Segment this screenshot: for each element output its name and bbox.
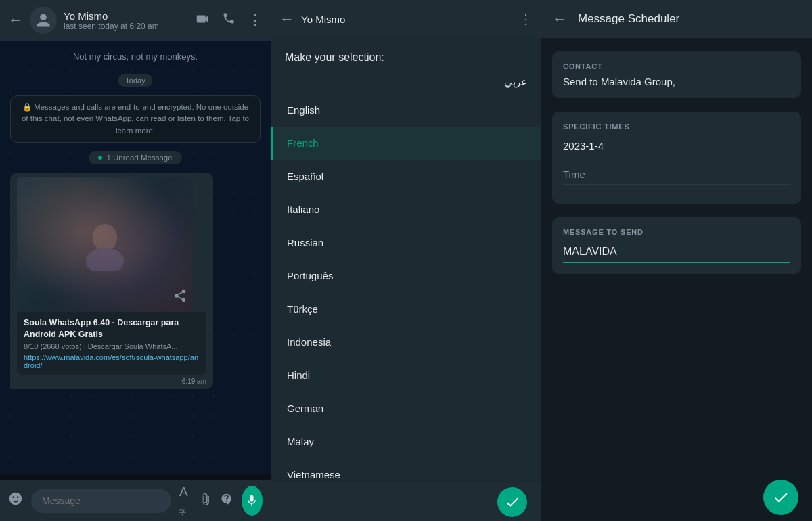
header-actions: ⋮ [195,12,263,30]
language-item-portugues[interactable]: Português [271,259,541,292]
link-title: Soula WhatsApp 6.40 - Descargar para And… [24,317,200,341]
message-image [17,177,193,312]
contact-info[interactable]: Yo Mismo last seen today at 6:20 am [64,10,188,31]
link-url[interactable]: https://www.malavida.com/es/soft/soula-w… [24,353,200,369]
scheduler-footer [541,474,812,521]
scheduler-times-section: SPECIFIC TIMES [552,112,801,204]
scheduler-body: CONTACT Send to Malavida Group, SPECIFIC… [541,38,812,474]
message-input[interactable] [31,489,171,513]
language-header: ← Yo Mismo ⋮ [271,0,541,38]
scheduler-contact-section: CONTACT Send to Malavida Group, [552,51,801,98]
language-item-indonesia[interactable]: Indonesia [271,325,541,359]
message-bubble: Soula WhatsApp 6.40 - Descargar para And… [10,173,213,389]
chat-panel: ← Yo Mismo last seen today at 6:20 am ⋮ … [0,0,271,521]
message-to-send-label: MESSAGE TO SEND [563,228,790,236]
language-footer [271,483,541,521]
svg-point-1 [86,248,124,271]
message-time: 6:19 am [17,378,206,385]
mic-button[interactable] [242,486,263,516]
language-list: EnglishFrenchEspañolItalianoRussianPortu… [271,93,541,483]
time-input[interactable] [563,164,790,185]
language-item-german[interactable]: German [271,392,541,425]
chat-body: Not my circus, not my monkeys. Today 🔒 M… [0,41,271,480]
scheduler-back-button[interactable]: ← [552,10,567,28]
attach-icon[interactable] [198,493,212,509]
language-item-hindi[interactable]: Hindi [271,359,541,392]
chat-footer: A字 [0,480,271,521]
language-panel: ← Yo Mismo ⋮ Make your selection: عربي E… [271,0,541,521]
contact-avatar [30,7,57,34]
language-item-vietnamese[interactable]: Vietnamese [271,458,541,483]
contact-name: Yo Mismo [64,10,188,22]
unread-badge: 1 Unread Message [89,151,181,164]
share-icon[interactable] [173,288,187,307]
video-call-icon[interactable] [195,12,210,30]
language-item-italiano[interactable]: Italiano [271,193,541,226]
more-options-icon[interactable]: ⋮ [248,12,263,30]
link-preview[interactable]: Soula WhatsApp 6.40 - Descargar para And… [17,312,206,375]
encryption-notice[interactable]: 🔒 Messages and calls are end-to-end encr… [10,95,261,143]
svg-point-0 [93,224,117,251]
emoji-icon[interactable] [8,491,23,510]
language-item-malay[interactable]: Malay [271,425,541,458]
chat-header: ← Yo Mismo last seen today at 6:20 am ⋮ [0,0,271,41]
link-meta: 8/10 (2668 votos) · Descargar Soula What… [24,342,200,350]
message-to-send-input[interactable] [563,242,790,263]
unread-dot [98,156,102,160]
sticker-icon[interactable] [220,493,233,509]
chat-back-button[interactable]: ← [8,12,23,29]
language-item-english[interactable]: English [271,93,541,127]
contact-status: last seen today at 6:20 am [64,22,188,31]
contact-value[interactable]: Send to Malavida Group, [563,76,790,87]
language-item-french[interactable]: French [271,127,541,160]
scheduler-message-section: MESSAGE TO SEND [552,217,801,274]
contact-label: CONTACT [563,62,790,70]
not-my-circus-message: Not my circus, not my monkeys. [66,47,204,66]
language-more-icon[interactable]: ⋮ [519,11,533,27]
arabic-option[interactable]: عربي [271,70,541,93]
language-item-espanol[interactable]: Español [271,160,541,193]
scheduler-title: Message Scheduler [578,12,679,26]
times-label: SPECIFIC TIMES [563,122,790,131]
date-input[interactable] [563,136,790,156]
language-confirm-button[interactable] [497,487,527,517]
scheduler-header: ← Message Scheduler [541,0,812,38]
language-selection-prompt: Make your selection: [271,38,541,70]
translate-icon[interactable]: A字 [179,484,190,517]
language-header-title: Yo Mismo [301,14,512,25]
scheduler-confirm-button[interactable] [763,480,798,515]
date-separator: Today [118,74,152,87]
scheduler-panel: ← Message Scheduler CONTACT Send to Mala… [541,0,812,521]
language-back-button[interactable]: ← [279,10,294,28]
language-item-russian[interactable]: Russian [271,226,541,259]
voice-call-icon[interactable] [222,12,235,30]
language-item-turkce[interactable]: Türkçe [271,292,541,325]
